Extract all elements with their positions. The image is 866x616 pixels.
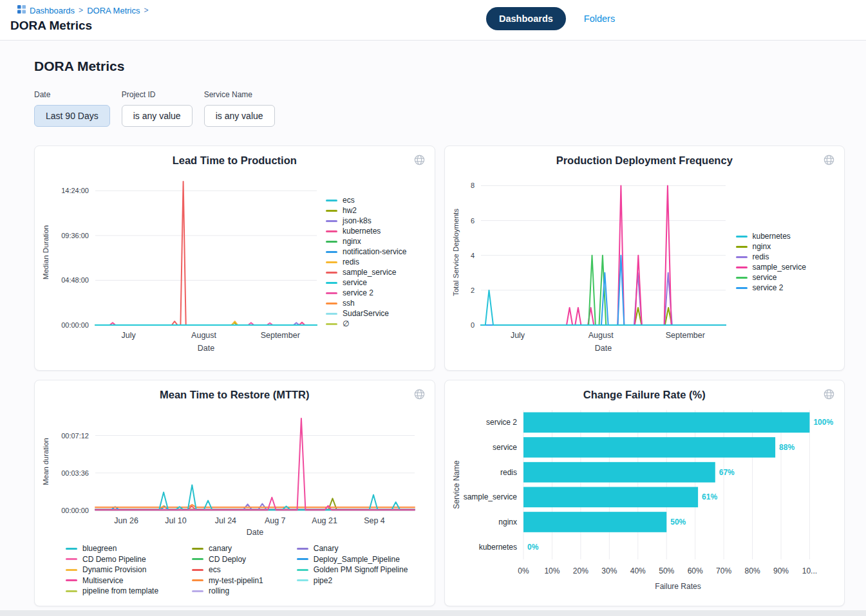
legend-item-service[interactable]: service	[326, 278, 406, 287]
legend-item-CD Deploy[interactable]: CD Deploy	[192, 555, 263, 564]
globe-icon[interactable]	[412, 387, 427, 402]
legend-dash	[297, 569, 308, 571]
svg-text:Date: Date	[247, 528, 263, 537]
legend-label: Golden PM Signoff Pipeline	[314, 565, 408, 574]
legend-item-kubernetes[interactable]: kubernetes	[326, 227, 406, 236]
mttr-chart: 00:00:0000:03:3600:07:12Jun 26Jul 10Jul …	[40, 404, 424, 539]
svg-text:09:36:00: 09:36:00	[61, 232, 89, 239]
legend-dash	[326, 261, 337, 263]
legend-item-hw2[interactable]: hw2	[326, 206, 406, 215]
legend-item-kubernetes[interactable]: kubernetes	[736, 232, 806, 241]
legend-dash	[297, 558, 308, 560]
svg-text:50%: 50%	[670, 518, 686, 527]
svg-text:Service Name: Service Name	[452, 460, 461, 509]
tab-folders[interactable]: Folders	[584, 14, 615, 24]
legend-item-ecs[interactable]: ecs	[192, 565, 263, 574]
legend-item-my-test-pipelin1[interactable]: my-test-pipelin1	[192, 576, 263, 585]
svg-text:4: 4	[470, 252, 474, 259]
legend-item-nginx[interactable]: nginx	[736, 242, 806, 251]
svg-text:sample_service: sample_service	[463, 492, 517, 501]
svg-text:0%: 0%	[527, 543, 539, 552]
legend-item-redis[interactable]: redis	[326, 257, 406, 266]
legend-label: sample_service	[753, 263, 806, 272]
breadcrumb-link-dashboards[interactable]: Dashboards	[30, 6, 75, 15]
legend-item-nginx[interactable]: nginx	[326, 237, 406, 246]
legend-item-∅[interactable]: ∅	[326, 319, 406, 328]
legend-dash	[192, 579, 203, 581]
legend-dash	[66, 558, 77, 560]
legend-item-ssh[interactable]: ssh	[326, 299, 406, 308]
legend-item-notification-service[interactable]: notification-service	[326, 247, 406, 256]
legend-label: my-test-pipelin1	[209, 576, 263, 585]
deployment-frequency-legend: kubernetesnginxredissample_serviceservic…	[736, 232, 806, 292]
legend-column: canaryCD Deployecsmy-test-pipelin1rollin…	[192, 544, 263, 595]
filter-date: Date Last 90 Days	[34, 90, 110, 127]
project-id-filter-button[interactable]: is any value	[122, 105, 193, 127]
page-title: DORA Metrics	[34, 59, 866, 73]
legend-dash	[297, 579, 308, 581]
legend-item-json-k8s[interactable]: json-k8s	[326, 216, 406, 225]
legend-item-Canary[interactable]: Canary	[297, 544, 408, 553]
svg-text:20%: 20%	[572, 566, 588, 575]
service-name-filter-button[interactable]: is any value	[204, 105, 275, 127]
legend-item-SudarService[interactable]: SudarService	[326, 309, 406, 318]
legend-dash	[326, 323, 337, 325]
legend-item-rolling[interactable]: rolling	[192, 586, 263, 595]
legend-item-pipeline from template[interactable]: pipeline from template	[66, 586, 158, 595]
breadcrumb-link-dora-metrics[interactable]: DORA Metrics	[87, 6, 140, 15]
legend-dash	[736, 236, 748, 238]
legend-label: ∅	[343, 319, 349, 328]
globe-icon[interactable]	[822, 387, 836, 402]
legend-dash	[736, 256, 748, 258]
legend-item-Golden PM Signoff Pipeline[interactable]: Golden PM Signoff Pipeline	[297, 565, 408, 574]
legend-label: ecs	[343, 196, 355, 205]
globe-icon[interactable]	[822, 153, 836, 167]
legend-item-Dynamic Provision[interactable]: Dynamic Provision	[66, 565, 158, 574]
legend-item-service 2[interactable]: service 2	[326, 288, 406, 297]
legend-column: bluegreenCD Demo PipelineDynamic Provisi…	[66, 544, 158, 595]
legend-item-pipe2[interactable]: pipe2	[297, 576, 408, 585]
legend-item-Deploy_Sample_Pipeline[interactable]: Deploy_Sample_Pipeline	[297, 555, 408, 564]
svg-text:6: 6	[470, 217, 474, 225]
svg-text:August: August	[191, 331, 216, 340]
legend-label: CD Deploy	[209, 555, 246, 564]
chart-card-change-failure-rate: Change Failure Rate (%) 0%10%20%30%40%50…	[444, 380, 845, 606]
charts-grid: Lead Time to Production 00:00:0004:48:00…	[34, 145, 845, 606]
legend-label: service 2	[343, 288, 373, 297]
legend-item-Multiservice[interactable]: Multiservice	[66, 576, 158, 585]
legend-label: nginx	[343, 237, 361, 246]
filter-service-name: Service Name is any value	[204, 90, 275, 127]
legend-item-canary[interactable]: canary	[192, 544, 263, 553]
legend-label: pipeline from template	[82, 586, 158, 595]
header-tabs: Dashboards Folders	[486, 7, 615, 30]
date-filter-button[interactable]: Last 90 Days	[34, 105, 110, 127]
legend-item-sample_service[interactable]: sample_service	[736, 263, 806, 272]
legend-label: Deploy_Sample_Pipeline	[314, 555, 400, 564]
header-title: DORA Metrics	[0, 15, 866, 33]
svg-text:80%: 80%	[744, 566, 760, 575]
legend-item-service 2[interactable]: service 2	[736, 283, 806, 292]
svg-text:Aug 7: Aug 7	[265, 516, 286, 525]
breadcrumb-separator: >	[79, 6, 83, 15]
legend-item-service[interactable]: service	[736, 273, 806, 282]
legend-item-bluegreen[interactable]: bluegreen	[66, 544, 158, 553]
svg-text:July: July	[121, 331, 136, 340]
svg-text:Date: Date	[594, 344, 611, 353]
globe-icon[interactable]	[412, 153, 427, 167]
legend-dash	[66, 579, 77, 581]
legend-label: bluegreen	[82, 544, 117, 553]
legend-label: ecs	[209, 565, 221, 574]
legend-item-redis[interactable]: redis	[736, 252, 806, 261]
legend-dash	[736, 277, 748, 279]
legend-item-CD Demo Pipeline[interactable]: CD Demo Pipeline	[66, 555, 158, 564]
breadcrumb-separator: >	[144, 6, 148, 15]
legend-item-ecs[interactable]: ecs	[326, 196, 406, 205]
legend-label: service	[343, 278, 367, 287]
svg-text:nginx: nginx	[498, 518, 517, 527]
tab-dashboards[interactable]: Dashboards	[486, 7, 566, 30]
legend-item-sample_service[interactable]: sample_service	[326, 268, 406, 277]
svg-text:Total Service Deployments: Total Service Deployments	[452, 209, 460, 296]
svg-text:50%: 50%	[659, 566, 674, 575]
legend-label: canary	[209, 544, 232, 553]
svg-text:10%: 10%	[544, 566, 560, 575]
